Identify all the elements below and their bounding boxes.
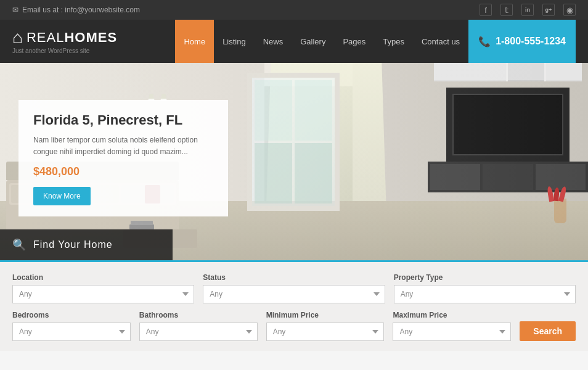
- social-links: f 𝕥 in g+ ◉: [480, 4, 576, 16]
- search-button[interactable]: Search: [520, 321, 576, 341]
- know-more-button[interactable]: Know More: [33, 187, 91, 205]
- logo-homes: HOMES: [64, 30, 117, 45]
- email-text: Email us at : info@yourwebsite.com: [22, 6, 140, 14]
- bathrooms-field: Bathrooms Any: [139, 311, 258, 341]
- bedrooms-select[interactable]: Any: [12, 323, 131, 341]
- mail-icon: ✉: [12, 6, 18, 14]
- search-row-1: Location Any Status Any Property Type An…: [12, 273, 576, 303]
- window-frame: [247, 73, 340, 211]
- twitter-icon[interactable]: 𝕥: [500, 4, 513, 16]
- linkedin-icon[interactable]: in: [521, 4, 534, 16]
- window-light: [264, 63, 388, 260]
- status-select[interactable]: Any: [203, 285, 385, 303]
- property-title: Florida 5, Pinecrest, FL: [33, 112, 213, 128]
- tv-screen: [452, 94, 563, 155]
- books: [129, 224, 154, 229]
- max-price-field: Maximum Price Any: [393, 311, 511, 341]
- max-price-label: Maximum Price: [393, 311, 511, 319]
- property-type-field: Property Type Any: [394, 273, 576, 303]
- books-2: [131, 221, 153, 225]
- bedrooms-field: Bedrooms Any: [12, 311, 131, 341]
- ceiling: [0, 63, 588, 86]
- flower-vase: [554, 186, 566, 223]
- min-price-field: Minimum Price Any: [266, 311, 385, 341]
- search-row-2: Bedrooms Any Bathrooms Any Minimum Price…: [12, 311, 576, 341]
- min-price-select[interactable]: Any: [266, 323, 385, 341]
- house-icon: ⌂: [12, 29, 23, 46]
- property-description: Nam liber tempor cum soluta nobis eleife…: [33, 134, 213, 158]
- location-field: Location Any: [12, 273, 194, 303]
- property-type-label: Property Type: [394, 273, 576, 282]
- location-select[interactable]: Any: [12, 285, 194, 303]
- property-price: $480,000: [33, 165, 213, 178]
- search-icon: 🔍: [12, 238, 26, 252]
- location-label: Location: [12, 273, 194, 282]
- hero-content-card: Florida 5, Pinecrest, FL Nam liber tempo…: [18, 100, 228, 216]
- logo-tagline: Just another WordPress site: [12, 47, 117, 54]
- email-bar: ✉ Email us at : info@yourwebsite.com: [12, 6, 140, 14]
- phone-button[interactable]: 📞 1-800-555-1234: [468, 20, 576, 63]
- status-label: Status: [203, 273, 385, 282]
- property-type-select[interactable]: Any: [394, 285, 576, 303]
- search-bar-hero: 🔍 Find Your Home: [0, 229, 173, 260]
- googleplus-icon[interactable]: g+: [542, 4, 555, 16]
- tv-unit: [446, 88, 570, 192]
- logo: ⌂ REALHOMES Just another WordPress site: [12, 29, 117, 54]
- nav-listing[interactable]: Listing: [214, 20, 255, 63]
- nav-contact[interactable]: Contact us: [413, 20, 468, 63]
- tv-cabinet: [428, 162, 588, 192]
- header: ⌂ REALHOMES Just another WordPress site …: [0, 20, 588, 63]
- wall-cabinets: [434, 63, 582, 81]
- nav-news[interactable]: News: [255, 20, 292, 63]
- bedrooms-label: Bedrooms: [12, 311, 131, 319]
- max-price-select[interactable]: Any: [393, 323, 511, 341]
- nav-gallery[interactable]: Gallery: [292, 20, 334, 63]
- logo-real: REAL: [27, 30, 64, 45]
- nav-home[interactable]: Home: [175, 20, 214, 63]
- top-bar: ✉ Email us at : info@yourwebsite.com f 𝕥…: [0, 0, 588, 20]
- search-form: Location Any Status Any Property Type An…: [0, 260, 588, 351]
- nav-pages[interactable]: Pages: [334, 20, 374, 63]
- bathrooms-label: Bathrooms: [139, 311, 258, 319]
- min-price-label: Minimum Price: [266, 311, 385, 319]
- nav-types[interactable]: Types: [374, 20, 413, 63]
- main-nav: Home Listing News Gallery Pages Types Co…: [175, 20, 468, 63]
- status-field: Status Any: [203, 273, 385, 303]
- wall-right: [353, 63, 588, 221]
- find-home-label: Find Your Home: [33, 239, 113, 250]
- bathrooms-select[interactable]: Any: [139, 323, 258, 341]
- phone-icon: 📞: [478, 36, 491, 47]
- rss-icon[interactable]: ◉: [563, 4, 576, 16]
- facebook-icon[interactable]: f: [480, 4, 492, 16]
- phone-number: 1-800-555-1234: [496, 36, 566, 47]
- logo-text: REALHOMES: [27, 30, 117, 46]
- hero-section: Florida 5, Pinecrest, FL Nam liber tempo…: [0, 63, 588, 260]
